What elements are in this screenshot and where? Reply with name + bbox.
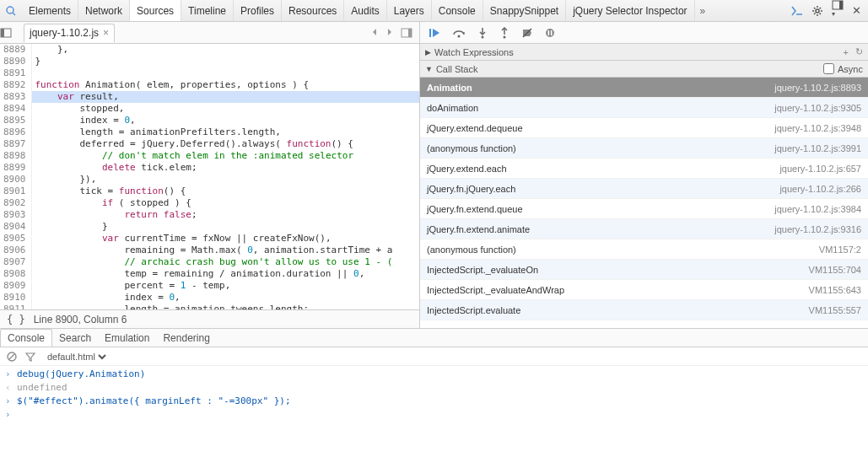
console-line: › [5, 408, 863, 422]
panel-tab-profiles[interactable]: Profiles [234, 0, 282, 21]
line-number[interactable]: 8901 [3, 185, 26, 197]
async-checkbox[interactable] [823, 63, 834, 74]
file-tab[interactable]: jquery-1.10.2.js × [24, 24, 115, 42]
debugger-pane: ▶ Watch Expressions + ↻ ▼ Call Stack Asy… [420, 22, 868, 328]
add-watch-icon[interactable]: + [844, 47, 849, 57]
console-body[interactable]: ›debug(jQuery.Animation)‹undefined›$("#e… [0, 366, 868, 457]
deactivate-breakpoints-icon[interactable] [521, 27, 533, 39]
stack-frame[interactable]: (anonymous function)jquery-1.10.2.js:399… [420, 138, 868, 159]
drawer-tab-emulation[interactable]: Emulation [98, 329, 156, 347]
stack-frame[interactable]: jQuery.extend.eachjquery-1.10.2.js:657 [420, 159, 868, 179]
line-number[interactable]: 8904 [3, 221, 26, 233]
line-number[interactable]: 8891 [3, 67, 26, 79]
stack-frame[interactable]: InjectedScript._evaluateAndWrapVM1155:64… [420, 280, 868, 300]
show-debugger-icon[interactable] [401, 28, 412, 38]
line-number[interactable]: 8908 [3, 268, 26, 280]
line-number[interactable]: 8892 [3, 79, 26, 91]
frame-function: (anonymous function) [427, 245, 819, 255]
show-console-icon[interactable] [791, 6, 803, 16]
braces-icon[interactable]: { } [7, 314, 25, 325]
line-number[interactable]: 8889 [3, 44, 26, 56]
line-number[interactable]: 8909 [3, 280, 26, 292]
code-editor[interactable]: 8889889088918892889388948895889688978898… [0, 44, 419, 309]
refresh-watch-icon[interactable]: ↻ [855, 46, 863, 57]
line-number[interactable]: 8903 [3, 209, 26, 221]
code-line: length = animationPrefilters.length, [32, 126, 420, 138]
line-number[interactable]: 8893 [3, 91, 26, 103]
stack-frame[interactable]: doAnimationjquery-1.10.2.js:9305 [420, 98, 868, 118]
line-number[interactable]: 8897 [3, 138, 26, 150]
callstack-section-header[interactable]: ▼ Call Stack Async [420, 61, 868, 78]
filter-icon[interactable] [25, 352, 35, 362]
line-number[interactable]: 8898 [3, 150, 26, 162]
code-line: }, [32, 44, 420, 56]
input-marker-icon: › [5, 368, 13, 381]
frame-location: jquery-1.10.2.js:3984 [774, 204, 861, 214]
stack-frame[interactable]: InjectedScript._evaluateOnVM1155:704 [420, 260, 868, 280]
clear-console-icon[interactable] [7, 352, 17, 362]
stack-frame[interactable]: jQuery.fn.extend.queuejquery-1.10.2.js:3… [420, 199, 868, 219]
sources-left-pane: jquery-1.10.2.js × 888988908891889288938… [0, 22, 420, 328]
stack-frame[interactable]: jQuery.extend.dequeuejquery-1.10.2.js:39… [420, 118, 868, 138]
line-number[interactable]: 8890 [3, 56, 26, 67]
resume-icon[interactable] [429, 27, 440, 39]
dock-side-icon[interactable]: ▾ [832, 0, 844, 22]
drawer-tab-console[interactable]: Console [0, 329, 52, 347]
panel-tab-sources[interactable]: Sources [130, 0, 181, 21]
settings-gear-icon[interactable] [811, 5, 823, 17]
code-line: var result, [32, 91, 420, 103]
step-into-icon[interactable] [477, 27, 488, 39]
debugger-toolbar [420, 22, 868, 44]
history-back-icon[interactable] [370, 28, 379, 38]
close-devtools-icon[interactable]: ✕ [852, 4, 861, 17]
line-number[interactable]: 8899 [3, 162, 26, 174]
panel-tab-resources[interactable]: Resources [282, 0, 344, 21]
panel-tab-timeline[interactable]: Timeline [181, 0, 234, 21]
close-tab-icon[interactable]: × [103, 27, 109, 39]
line-number[interactable]: 8895 [3, 115, 26, 126]
svg-rect-15 [1, 29, 4, 37]
panel-tab-network[interactable]: Network [78, 0, 130, 21]
drawer-tab-rendering[interactable]: Rendering [156, 329, 216, 347]
step-out-icon[interactable] [499, 27, 509, 39]
history-fwd-icon[interactable] [385, 28, 394, 38]
line-number[interactable]: 8902 [3, 197, 26, 209]
line-number[interactable]: 8900 [3, 174, 26, 185]
line-number[interactable]: 8906 [3, 245, 26, 256]
console-line: ›debug(jQuery.Animation) [5, 368, 863, 381]
stack-frame[interactable]: (anonymous function)VM1157:2 [420, 239, 868, 260]
frame-function: InjectedScript._evaluateAndWrap [427, 285, 809, 295]
code-line: if ( stopped ) { [32, 197, 420, 209]
line-number[interactable]: 8911 [3, 304, 26, 309]
panel-tab-jquery-selector-inspector[interactable]: jQuery Selector Inspector [566, 0, 694, 21]
line-number[interactable]: 8910 [3, 292, 26, 304]
panel-tab-layers[interactable]: Layers [387, 0, 432, 21]
panel-tabs: ElementsNetworkSourcesTimelineProfilesRe… [22, 0, 695, 21]
stack-frame[interactable]: jQuery.fn.jQuery.eachjquery-1.10.2.js:26… [420, 179, 868, 199]
code-line: percent = 1 - temp, [32, 280, 420, 292]
line-number[interactable]: 8894 [3, 103, 26, 115]
pause-exceptions-icon[interactable] [545, 28, 555, 38]
frame-function: (anonymous function) [427, 143, 774, 153]
panel-tab-console[interactable]: Console [432, 0, 483, 21]
context-selector[interactable]: default.html [44, 351, 109, 363]
line-number[interactable]: 8905 [3, 233, 26, 245]
panel-tab-audits[interactable]: Audits [344, 0, 386, 21]
line-number[interactable]: 8896 [3, 126, 26, 138]
code-line: // archaic crash bug won't allow us to u… [32, 256, 420, 268]
watch-section-header[interactable]: ▶ Watch Expressions + ↻ [420, 44, 868, 61]
drawer-tab-search[interactable]: Search [52, 329, 98, 347]
panel-tab-snappysnippet[interactable]: SnappySnippet [483, 0, 566, 21]
search-icon[interactable] [0, 5, 22, 17]
stack-frame[interactable]: Animationjquery-1.10.2.js:8893 [420, 78, 868, 98]
show-navigator-icon[interactable] [0, 28, 20, 38]
frame-location: jquery-1.10.2.js:3948 [774, 123, 861, 133]
stack-frame[interactable]: InjectedScript.evaluateVM1155:557 [420, 300, 868, 320]
stack-frame[interactable]: jQuery.fn.extend.animatejquery-1.10.2.js… [420, 219, 868, 239]
line-number[interactable]: 8907 [3, 256, 26, 268]
svg-line-29 [9, 354, 14, 359]
panel-tab-elements[interactable]: Elements [22, 0, 78, 21]
more-tabs-icon[interactable]: » [695, 5, 711, 17]
step-over-icon[interactable] [452, 28, 466, 38]
devtools-toolbar: ElementsNetworkSourcesTimelineProfilesRe… [0, 0, 868, 22]
